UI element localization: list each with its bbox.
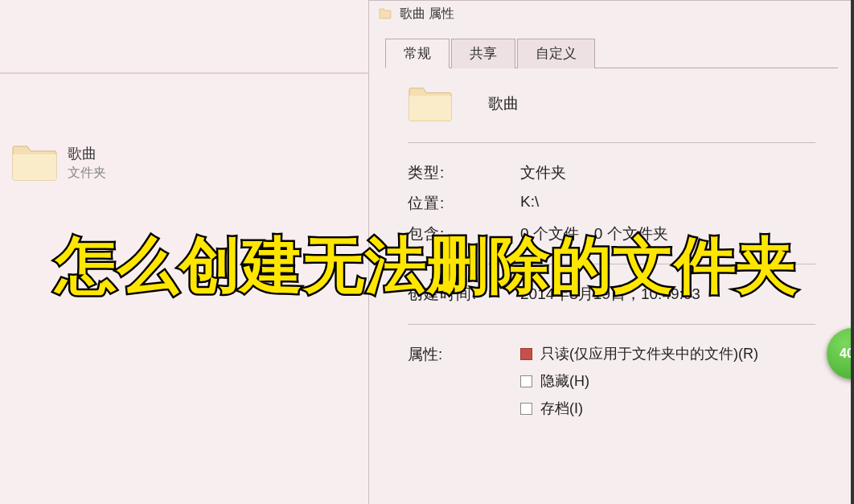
hidden-row[interactable]: 隐藏(H) xyxy=(520,371,758,391)
folder-name-input[interactable] xyxy=(488,95,649,113)
hidden-label: 隐藏(H) xyxy=(540,371,589,391)
tab-customize[interactable]: 自定义 xyxy=(517,39,595,68)
right-border xyxy=(851,0,854,504)
type-value: 文件夹 xyxy=(520,162,815,183)
location-row: 位置: K:\ xyxy=(408,188,815,219)
folder-type: 文件夹 xyxy=(68,165,106,182)
window-title-bar[interactable]: 歌曲 属性 xyxy=(369,1,854,27)
readonly-checkbox[interactable] xyxy=(520,348,532,360)
name-row xyxy=(408,84,815,123)
archive-label: 存档(I) xyxy=(540,399,583,418)
attributes-section: 属性: 只读(仅应用于文件夹中的文件)(R) 隐藏(H) 存档(I) xyxy=(408,339,815,418)
folder-icon xyxy=(11,143,58,182)
tab-sharing[interactable]: 共享 xyxy=(451,39,515,68)
attribute-checkboxes: 只读(仅应用于文件夹中的文件)(R) 隐藏(H) 存档(I) xyxy=(520,344,758,418)
folder-item[interactable]: 歌曲 文件夹 xyxy=(11,143,106,182)
tab-general[interactable]: 常规 xyxy=(385,39,450,68)
explorer-divider xyxy=(0,72,370,74)
attributes-label: 属性: xyxy=(408,344,520,418)
folder-icon xyxy=(408,84,453,123)
overlay-title: 怎么创建无法删除的文件夹 xyxy=(55,225,799,308)
folder-icon xyxy=(379,8,392,19)
type-row: 类型: 文件夹 xyxy=(408,158,815,188)
readonly-label: 只读(仅应用于文件夹中的文件)(R) xyxy=(540,344,758,363)
tabs-bar: 常规 共享 自定义 xyxy=(385,38,838,68)
location-label: 位置: xyxy=(408,193,520,214)
separator xyxy=(408,324,815,325)
readonly-row[interactable]: 只读(仅应用于文件夹中的文件)(R) xyxy=(520,344,758,363)
separator xyxy=(408,142,815,143)
folder-text-block: 歌曲 文件夹 xyxy=(68,144,106,182)
type-label: 类型: xyxy=(408,162,520,183)
hidden-checkbox[interactable] xyxy=(520,375,532,387)
folder-name: 歌曲 xyxy=(68,144,106,163)
archive-checkbox[interactable] xyxy=(520,403,532,415)
archive-row[interactable]: 存档(I) xyxy=(520,399,758,418)
window-title: 歌曲 属性 xyxy=(400,6,454,23)
location-value: K:\ xyxy=(520,193,815,214)
